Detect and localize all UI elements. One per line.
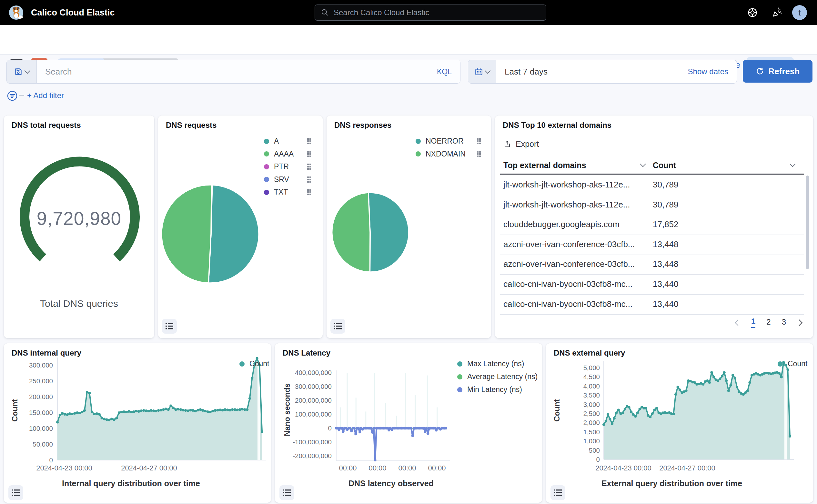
legend-item-a[interactable]: A	[264, 137, 279, 146]
chevron-down-icon[interactable]	[640, 161, 646, 167]
x-tick-label: 2024-04-23 00:00	[595, 464, 651, 472]
news-icon[interactable]	[772, 7, 782, 18]
user-avatar[interactable]: t	[792, 5, 807, 20]
cell-count[interactable]: 13,448	[653, 259, 679, 269]
pie-slice-noerror[interactable]	[367, 191, 410, 272]
table-row[interactable]: calico-cni-ivan-byocni-03cfb8-mc...13,44…	[500, 274, 804, 295]
panel-dns-internal-query: DNS internal query 300,000250,000200,000…	[4, 343, 271, 503]
cell-domain[interactable]: jlt-worksh-jlt-workshop-aks-112e...	[503, 200, 630, 210]
save-icon	[14, 67, 23, 76]
data-point	[342, 430, 344, 433]
table-row[interactable]: azcni-over-ivan-conference-03cfb...13,44…	[500, 235, 804, 255]
data-point	[677, 386, 679, 388]
help-icon[interactable]	[747, 7, 758, 18]
pagination-page-3[interactable]: 3	[782, 318, 786, 328]
cell-domain[interactable]: jlt-worksh-jlt-workshop-aks-112e...	[503, 180, 630, 190]
kql-toggle[interactable]: KQL	[429, 67, 460, 76]
cell-domain[interactable]: clouddebugger.googleapis.com	[503, 219, 620, 229]
legend-toggle-button[interactable]	[550, 485, 565, 500]
pie-chart-responses[interactable]	[327, 116, 491, 338]
table-row[interactable]: jlt-worksh-jlt-workshop-aks-112e...30,78…	[500, 175, 804, 195]
cell-count[interactable]: 13,440	[653, 279, 679, 289]
legend-dot	[416, 151, 421, 156]
cell-count[interactable]: 30,789	[653, 200, 679, 210]
legend-dot	[778, 361, 783, 367]
cell-count[interactable]: 30,789	[653, 180, 679, 190]
table-row[interactable]: calico-cni-ivan-byocni-03cfb8-mc...13,44…	[500, 294, 804, 315]
table-scrollbar[interactable]	[806, 176, 809, 269]
panel-title[interactable]: DNS Top 10 external domains	[503, 121, 611, 130]
data-point	[778, 372, 781, 375]
legend-actions-icon[interactable]	[307, 151, 312, 157]
legend-item-count[interactable]: Count	[239, 359, 269, 368]
legend-toggle-button[interactable]	[8, 485, 23, 500]
legend-actions-icon[interactable]	[307, 176, 312, 182]
global-search[interactable]	[315, 5, 546, 21]
pie-slice-aaaa[interactable]	[160, 184, 212, 283]
filter-icon[interactable]	[6, 90, 18, 102]
time-range-value[interactable]: Last 7 days	[496, 67, 688, 77]
cell-domain[interactable]: azcni-over-ivan-conference-03cfb...	[503, 239, 635, 249]
y-tick-label: 2,500	[583, 410, 600, 417]
data-point	[340, 427, 343, 429]
legend-actions-icon[interactable]	[477, 138, 481, 144]
column-header-domains[interactable]: Top external domains	[503, 161, 586, 170]
panel-dns-requests: DNS requests AAAAAPTRSRVTXT	[158, 116, 323, 338]
add-filter-button[interactable]: + Add filter	[27, 91, 64, 100]
legend-actions-icon[interactable]	[307, 189, 312, 195]
legend-item-max-latency-ns-[interactable]: Max Latency (ns)	[457, 359, 524, 368]
pagination-page-2[interactable]: 2	[766, 318, 771, 328]
saved-query-menu-button[interactable]	[7, 60, 37, 83]
legend-item-min-latency-ns-[interactable]: Min Latency (ns)	[457, 385, 522, 394]
legend-actions-icon[interactable]	[307, 164, 312, 169]
show-dates-button[interactable]: Show dates	[688, 67, 737, 76]
pagination-prev-icon[interactable]	[735, 319, 741, 326]
data-point	[617, 409, 620, 411]
table-row[interactable]: clouddebugger.googleapis.com17,852	[500, 215, 804, 235]
legend-item-txt[interactable]: TXT	[264, 188, 288, 197]
column-header-count[interactable]: Count	[653, 161, 676, 170]
legend-item-aaaa[interactable]: AAAA	[264, 150, 294, 158]
cell-count[interactable]: 13,448	[653, 239, 679, 249]
y-tick-label: 300,000,000	[295, 383, 332, 390]
cell-count[interactable]: 17,852	[653, 219, 679, 229]
legend-label: NOERROR	[426, 137, 464, 146]
legend-label: PTR	[274, 162, 289, 171]
cell-domain[interactable]: azcni-over-ivan-conference-03cfb...	[503, 259, 635, 269]
pagination-page-1[interactable]: 1	[751, 317, 755, 328]
legend-label: Average Latency (ns)	[467, 372, 538, 381]
data-point	[118, 411, 120, 414]
time-picker-menu-button[interactable]	[468, 60, 496, 83]
legend-toggle-button[interactable]	[162, 319, 177, 334]
pie-slice-nxdomain[interactable]	[330, 193, 372, 274]
data-point	[182, 409, 185, 411]
pie-slice-a[interactable]	[208, 185, 260, 284]
legend-actions-icon[interactable]	[477, 151, 481, 157]
cell-count[interactable]: 13,440	[653, 299, 679, 309]
legend-item-nxdomain[interactable]: NXDOMAIN	[416, 150, 466, 158]
x-tick-label: 2024-04-27 00:00	[659, 464, 715, 472]
legend-item-srv[interactable]: SRV	[264, 175, 289, 184]
data-point	[150, 409, 152, 412]
cell-domain[interactable]: calico-cni-ivan-byocni-03cfb8-mc...	[503, 299, 632, 309]
data-point	[736, 386, 738, 388]
refresh-button[interactable]: Refresh	[743, 60, 812, 83]
legend-actions-icon[interactable]	[307, 138, 312, 144]
legend-item-count[interactable]: Count	[778, 359, 807, 368]
legend-item-average-latency-ns-[interactable]: Average Latency (ns)	[457, 372, 538, 381]
kql-search-input[interactable]	[37, 66, 429, 77]
legend-item-noerror[interactable]: NOERROR	[416, 137, 464, 146]
export-button[interactable]: Export	[503, 139, 539, 149]
legend-toggle-button[interactable]	[279, 485, 294, 500]
pagination-next-icon[interactable]	[796, 319, 802, 326]
table-row[interactable]: azcni-over-ivan-conference-03cfb...13,44…	[500, 254, 804, 275]
global-search-input[interactable]	[329, 8, 546, 17]
calico-logo-icon[interactable]	[8, 5, 24, 20]
legend-item-ptr[interactable]: PTR	[264, 162, 289, 171]
cell-domain[interactable]: calico-cni-ivan-byocni-03cfb8-mc...	[503, 279, 632, 289]
data-point	[189, 409, 192, 411]
pie-chart-requests[interactable]	[158, 116, 323, 338]
legend-toggle-button[interactable]	[330, 319, 345, 334]
chevron-down-icon[interactable]	[790, 161, 795, 167]
table-row[interactable]: jlt-worksh-jlt-workshop-aks-112e...30,78…	[500, 195, 804, 215]
